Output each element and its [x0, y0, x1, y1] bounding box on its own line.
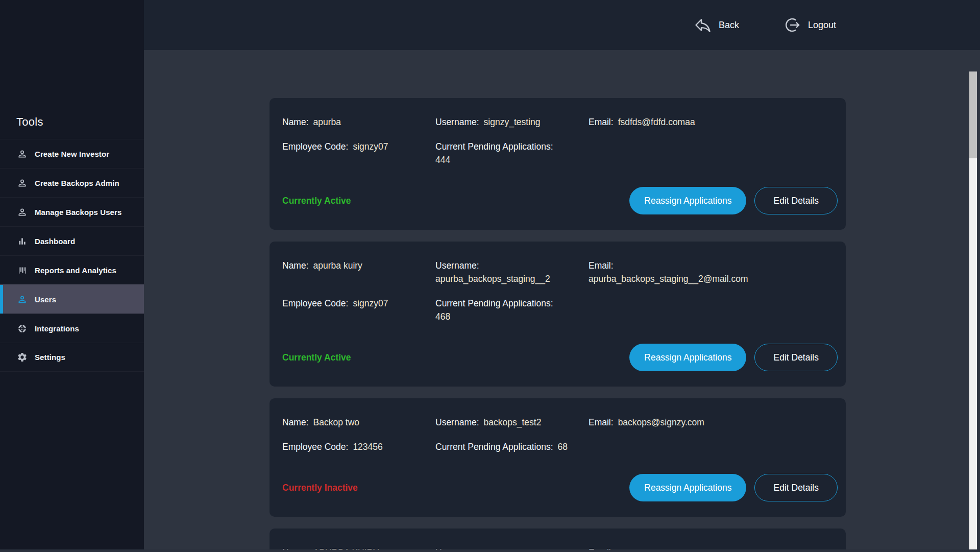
pending-applications-label: Current Pending Applications: — [435, 141, 553, 152]
globe-icon — [17, 323, 28, 334]
employee-code-value: signzy07 — [353, 298, 388, 308]
employee-code-field: Employee Code:123456 — [282, 440, 435, 453]
sidebar-item-create-backops-admin[interactable]: Create Backops Admin — [0, 168, 144, 197]
username-field: Username:apurba_backops_staging__2 — [435, 259, 589, 285]
name-value: Backop two — [313, 417, 359, 427]
edit-details-button[interactable]: Edit Details — [754, 187, 838, 214]
user-card: Name:apurba Username:signzy_testing Emai… — [270, 98, 846, 230]
topbar: Back Logout — [144, 0, 980, 50]
name-label: Name: — [282, 417, 309, 427]
name-field: Name:Backop two — [282, 416, 435, 429]
user-card: Name:Backop two Username:backops_test2 E… — [270, 398, 846, 517]
name-field: Name:apurba kuiry — [282, 259, 435, 285]
username-value: backops_test2 — [484, 417, 542, 427]
pending-applications-value: 68 — [558, 442, 568, 452]
bottom-strip — [0, 549, 980, 552]
sidebar-item-reports-and-analytics[interactable]: Reports and Analytics — [0, 255, 144, 284]
employee-code-label: Employee Code: — [282, 298, 348, 308]
person-icon — [17, 149, 28, 159]
sidebar-title: Tools — [16, 115, 144, 129]
person-icon — [17, 207, 28, 218]
status-badge: Currently Active — [282, 352, 351, 363]
sidebar: Tools Create New Investor Create Backops… — [0, 0, 144, 552]
edit-details-button[interactable]: Edit Details — [754, 344, 838, 371]
logout-icon — [783, 16, 801, 34]
gear-icon — [17, 352, 28, 363]
reports-icon — [17, 265, 28, 276]
name-value: apurba kuiry — [313, 260, 362, 271]
employee-code-value: signzy07 — [353, 141, 388, 152]
email-value: fsdfds@fdfd.comaa — [618, 117, 695, 127]
username-field: Username:backops_test2 — [435, 416, 589, 429]
sidebar-item-settings[interactable]: Settings — [0, 343, 144, 372]
sidebar-item-label: Settings — [35, 353, 65, 362]
person-icon — [17, 178, 28, 188]
card-footer: Currently Active Reassign Applications E… — [282, 187, 838, 214]
email-label: Email: — [589, 117, 614, 127]
sidebar-item-label: Dashboard — [35, 237, 75, 246]
user-card: Name:apurba kuiry Username:apurba_backop… — [270, 242, 846, 387]
sidebar-item-dashboard[interactable]: Dashboard — [0, 226, 144, 255]
pending-applications-field: Current Pending Applications:68 — [435, 440, 589, 453]
sidebar-item-manage-backops-users[interactable]: Manage Backops Users — [0, 197, 144, 226]
name-label: Name: — [282, 117, 309, 127]
reassign-applications-button[interactable]: Reassign Applications — [629, 474, 746, 501]
logout-label: Logout — [808, 20, 836, 31]
name-label: Name: — [282, 260, 309, 271]
email-label: Email: — [589, 260, 614, 271]
card-actions: Reassign Applications Edit Details — [629, 344, 838, 371]
back-arrow-icon — [694, 16, 712, 34]
sidebar-item-label: Integrations — [35, 324, 79, 333]
bar-chart-icon — [17, 236, 28, 247]
edit-details-button[interactable]: Edit Details — [754, 474, 838, 501]
vertical-scrollbar[interactable] — [969, 71, 977, 552]
scrollbar-thumb[interactable] — [969, 71, 977, 158]
employee-code-label: Employee Code: — [282, 141, 348, 152]
person-icon — [17, 294, 28, 305]
card-footer: Currently Inactive Reassign Applications… — [282, 474, 838, 501]
name-field: Name:apurba — [282, 115, 435, 129]
sidebar-item-users[interactable]: Users — [0, 284, 144, 314]
main-content: Name:apurba Username:signzy_testing Emai… — [144, 50, 980, 552]
employee-code-label: Employee Code: — [282, 442, 348, 452]
sidebar-item-integrations[interactable]: Integrations — [0, 314, 144, 343]
username-label: Username: — [435, 260, 479, 271]
employee-code-value: 123456 — [353, 442, 382, 452]
reassign-applications-button[interactable]: Reassign Applications — [629, 187, 746, 214]
employee-code-field: Employee Code:signzy07 — [282, 140, 435, 166]
email-field: Email:apurba_backops_staging__2@mail.com — [589, 259, 838, 285]
sidebar-item-create-new-investor[interactable]: Create New Investor — [0, 139, 144, 168]
pending-applications-field: Current Pending Applications:468 — [435, 297, 589, 323]
pending-applications-value: 444 — [435, 153, 581, 166]
sidebar-item-label: Manage Backops Users — [35, 208, 121, 217]
status-badge: Currently Active — [282, 196, 351, 206]
logout-button[interactable]: Logout — [783, 16, 836, 34]
card-actions: Reassign Applications Edit Details — [629, 187, 838, 214]
back-button[interactable]: Back — [694, 16, 739, 34]
pending-applications-value: 468 — [435, 310, 581, 323]
username-label: Username: — [435, 417, 479, 427]
sidebar-item-label: Reports and Analytics — [35, 266, 116, 275]
email-value: backops@signzy.com — [618, 417, 704, 427]
reassign-applications-button[interactable]: Reassign Applications — [629, 344, 746, 371]
user-card-list: Name:apurba Username:signzy_testing Emai… — [270, 98, 846, 552]
email-label: Email: — [589, 417, 614, 427]
pending-applications-label: Current Pending Applications: — [435, 442, 553, 452]
email-field: Email:fsdfds@fdfd.comaa — [589, 115, 838, 129]
username-value: apurba_backops_staging__2 — [435, 272, 581, 285]
username-label: Username: — [435, 117, 479, 127]
email-value: apurba_backops_staging__2@mail.com — [589, 272, 830, 285]
username-value: signzy_testing — [484, 117, 541, 127]
user-card: Name:APURBA KUIRY Username: Email: Emplo… — [270, 529, 846, 552]
employee-code-field: Employee Code:signzy07 — [282, 297, 435, 323]
sidebar-nav: Create New Investor Create Backops Admin… — [0, 139, 144, 372]
email-field: Email:backops@signzy.com — [589, 416, 838, 429]
card-actions: Reassign Applications Edit Details — [629, 474, 838, 501]
card-footer: Currently Active Reassign Applications E… — [282, 344, 838, 371]
name-value: apurba — [313, 117, 341, 127]
sidebar-item-label: Create Backops Admin — [35, 179, 119, 187]
status-badge: Currently Inactive — [282, 483, 358, 493]
pending-applications-field: Current Pending Applications:444 — [435, 140, 589, 166]
username-field: Username:signzy_testing — [435, 115, 589, 129]
back-label: Back — [719, 20, 739, 31]
